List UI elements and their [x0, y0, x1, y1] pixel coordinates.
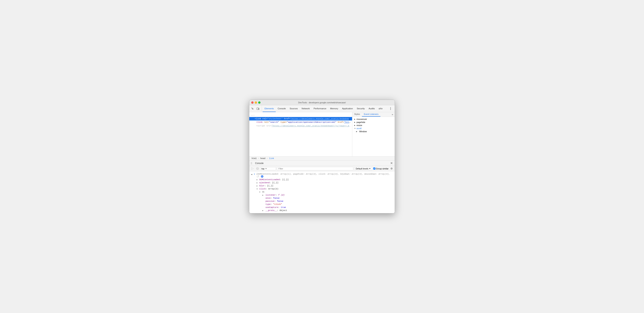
tab-network[interactable]: Network — [300, 105, 312, 112]
maximize-button[interactable] — [258, 101, 260, 104]
log-entry-ajaxsend[interactable]: ▶ ajaxSend: [{…}] — [253, 181, 394, 184]
tab-bar-left-controls — [250, 105, 262, 112]
context-selector[interactable]: top ▼ — [260, 167, 276, 170]
svg-rect-0 — [257, 108, 258, 110]
elements-link-line[interactable]: <link rel="search" type="application/ope… — [249, 120, 352, 124]
event-item-pagehide[interactable]: pagehide — [354, 121, 393, 124]
stop-on-exception-button[interactable] — [256, 167, 259, 171]
breadcrumb-head[interactable]: head — [260, 157, 266, 160]
tab-bar-right — [388, 105, 394, 112]
expand-arrow-dcl[interactable]: ▶ — [257, 179, 258, 181]
more-tabs-button[interactable] — [388, 106, 393, 111]
title-bar: DevTools - developers.google.com/web/sho… — [249, 100, 395, 105]
console-toolbar: top ▼ Default levels ▼ Group similar ⚙ — [249, 166, 395, 171]
log-entry-usecapture: useCapture: true — [253, 206, 394, 209]
console-section: Console ✕ top ▼ — [249, 161, 395, 213]
traffic-lights — [251, 101, 260, 104]
minimize-button[interactable] — [255, 101, 257, 104]
svg-rect-1 — [258, 108, 259, 110]
log-entry-passive: passive: false — [253, 200, 394, 203]
main-area: ... <link rel="stylesheet" href="https:/… — [249, 112, 395, 156]
tab-event-listeners[interactable]: Event Listeners — [362, 112, 380, 117]
console-output-area: ◀ ▼ {DOMContentLoaded: Array(1), pagehid… — [249, 172, 395, 212]
svg-marker-2 — [252, 167, 254, 170]
console-title: Console — [254, 162, 265, 165]
right-panel: Styles Event Listeners » mouseover pageh… — [352, 112, 395, 156]
expand-arrow-main[interactable]: ▼ — [254, 173, 255, 175]
log-entry-blur[interactable]: ▶ blur: [{…}] — [253, 184, 394, 187]
log-entry-type: type: "click" — [253, 203, 394, 206]
tab-memory[interactable]: Memory — [328, 105, 340, 112]
log-entry-click-0[interactable]: ▼ 0: — [253, 190, 394, 194]
close-button[interactable] — [251, 101, 254, 104]
back-button[interactable]: ◀ — [250, 173, 253, 176]
expand-arrow-click[interactable]: ▼ — [257, 188, 258, 190]
tab-performance[interactable]: Performance — [312, 105, 328, 112]
tab-elements[interactable]: Elements — [262, 105, 276, 112]
expand-arrow-blur[interactable]: ▶ — [257, 185, 258, 187]
event-item-scroll[interactable]: scroll — [354, 127, 393, 130]
clear-console-button[interactable] — [250, 167, 254, 171]
group-similar-label[interactable]: Group similar — [373, 167, 388, 170]
event-listeners-list: mouseover pagehide resize scroll Window — [352, 117, 395, 156]
info-icon: i — [261, 175, 264, 178]
console-entries: ▼ {DOMContentLoaded: Array(1), pagehide:… — [253, 173, 394, 212]
log-entry-proto[interactable]: ▶ __proto__: Object — [253, 209, 394, 212]
group-similar-checkbox[interactable] — [373, 167, 376, 170]
expand-arrow-listener[interactable]: ▶ — [262, 194, 264, 196]
log-entry-main[interactable]: ▼ {DOMContentLoaded: Array(1), pagehide:… — [253, 173, 394, 178]
console-drag-handle[interactable] — [250, 162, 254, 165]
console-output: ◀ ▼ {DOMContentLoaded: Array(1), pagehid… — [249, 171, 395, 213]
log-entry-click[interactable]: ▼ click: Array(3) — [253, 187, 394, 190]
log-entry-listener[interactable]: ▶ listener: f (d) — [253, 194, 394, 197]
tab-console[interactable]: Console — [276, 105, 288, 112]
expand-arrow-click0[interactable]: ▼ — [259, 191, 260, 193]
tab-bar: Elements Console Sources Network Perform… — [249, 105, 395, 112]
tab-application[interactable]: Application — [340, 105, 355, 112]
inspect-element-button[interactable] — [250, 106, 255, 111]
breadcrumb: html › head › link — [249, 156, 395, 161]
tab-security[interactable]: Security — [355, 105, 367, 112]
right-panel-more-button[interactable]: » — [390, 112, 395, 117]
devtools-window: DevTools - developers.google.com/web/sho… — [249, 100, 395, 213]
console-close-button[interactable]: ✕ — [390, 162, 394, 165]
tab-axe[interactable]: aXe — [377, 105, 384, 112]
expand-arrow-proto[interactable]: ▶ — [262, 210, 264, 211]
window-title: DevTools - developers.google.com/web/sho… — [298, 101, 346, 104]
elements-script-line[interactable]: <script src="https://developers.google.c… — [249, 124, 352, 128]
event-item-mouseover[interactable]: mouseover — [354, 118, 393, 121]
tab-audits[interactable]: Audits — [367, 105, 377, 112]
elements-selected-line[interactable]: <link rel="stylesheet" href="https://dev… — [249, 117, 352, 121]
breadcrumb-link[interactable]: link — [268, 157, 275, 160]
log-entry-once: once: false — [253, 197, 394, 200]
right-panel-tabs: Styles Event Listeners » — [352, 112, 395, 117]
console-header: Console ✕ — [249, 161, 395, 166]
device-toolbar-button[interactable] — [256, 106, 260, 111]
tab-sources[interactable]: Sources — [288, 105, 300, 112]
expand-arrow-ajax[interactable]: ▶ — [257, 182, 258, 184]
svg-line-4 — [257, 168, 258, 169]
log-entry-domcontentloaded[interactable]: ▶ DOMContentLoaded: [{…}] — [253, 178, 394, 181]
breadcrumb-html[interactable]: html — [251, 157, 258, 160]
log-levels-button[interactable]: Default levels ▼ — [354, 167, 372, 170]
event-sub-window[interactable]: Window — [354, 130, 393, 133]
filter-input[interactable] — [277, 167, 353, 170]
tab-styles[interactable]: Styles — [352, 112, 362, 117]
console-settings-button[interactable]: ⚙ — [390, 167, 394, 171]
elements-ellipsis: ... — [249, 113, 352, 117]
elements-panel: ... <link rel="stylesheet" href="https:/… — [249, 112, 352, 156]
event-item-resize[interactable]: resize — [354, 124, 393, 127]
